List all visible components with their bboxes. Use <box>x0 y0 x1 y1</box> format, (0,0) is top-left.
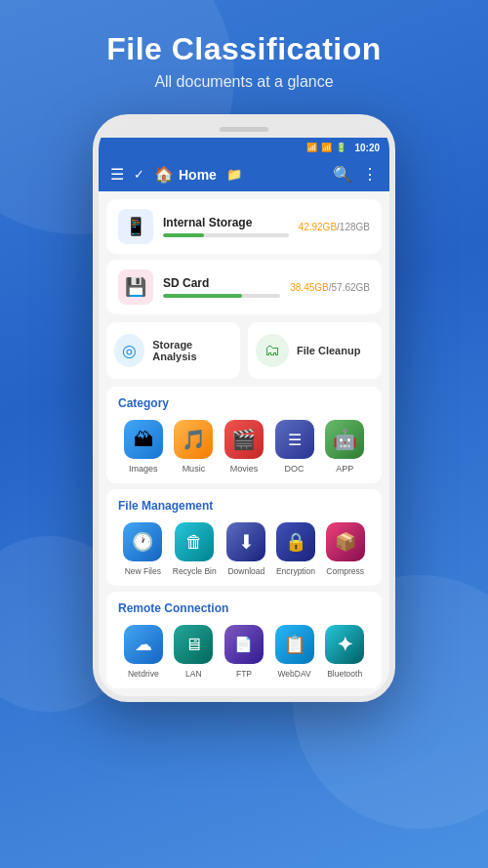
category-item-app[interactable]: 🤖 APP <box>325 420 364 474</box>
internal-storage-bar <box>163 233 204 237</box>
netdrive-label: Netdrive <box>128 669 159 679</box>
music-label: Music <box>183 464 206 474</box>
wifi-icon: 📶 <box>306 143 317 152</box>
internal-storage-icon: 📱 <box>118 209 153 244</box>
menu-icon[interactable]: ☰ <box>110 165 124 184</box>
rm-item-webdav[interactable]: 📋 WebDAV <box>275 625 314 679</box>
fm-item-compress[interactable]: 📦 Compress <box>326 522 365 576</box>
storage-analysis-icon: ◎ <box>114 334 144 367</box>
toolbar-title: Home <box>179 167 217 183</box>
phone-content: 📱 Internal Storage 42.92GB/128GB 💾 SD Ca… <box>99 191 389 696</box>
doc-icon: ☰ <box>275 420 314 459</box>
lan-label: LAN <box>185 669 202 679</box>
webdav-icon: 📋 <box>275 625 314 664</box>
category-item-doc[interactable]: ☰ DOC <box>275 420 314 474</box>
encryption-label: Encryption <box>276 566 315 576</box>
page-subtitle: All documents at a glance <box>0 73 488 91</box>
doc-label: DOC <box>285 464 305 474</box>
category-section: Category 🏔 Images 🎵 Music 🎬 Movies <box>106 387 382 483</box>
sd-card-bar-wrap <box>163 294 280 298</box>
status-time: 10:20 <box>354 143 380 153</box>
movies-label: Movies <box>230 464 259 474</box>
file-cleanup-card[interactable]: 🗂 File Cleanup <box>248 322 382 379</box>
phone-notch <box>99 120 389 138</box>
search-icon[interactable]: 🔍 <box>333 165 352 184</box>
page-title: File Classification <box>0 31 488 67</box>
images-label: Images <box>129 464 158 474</box>
fm-item-encryption[interactable]: 🔒 Encryption <box>276 522 315 576</box>
sd-card-info: SD Card <box>163 276 280 298</box>
download-icon: ⬇ <box>226 522 265 561</box>
toolbar-left: ☰ ✓ 🏠 Home 📁 <box>110 165 325 184</box>
remote-connection-section: Remote Connection ☁ Netdrive 🖥 LAN 📄 FTP <box>106 592 382 688</box>
category-item-images[interactable]: 🏔 Images <box>124 420 163 474</box>
netdrive-icon: ☁ <box>124 625 163 664</box>
internal-storage-card[interactable]: 📱 Internal Storage 42.92GB/128GB <box>106 199 382 254</box>
fm-item-newfiles[interactable]: 🕐 New Files <box>123 522 162 576</box>
home-icon: 🏠 <box>154 165 174 184</box>
phone-speaker <box>220 127 268 132</box>
music-icon: 🎵 <box>174 420 213 459</box>
webdav-label: WebDAV <box>277 669 310 679</box>
category-grid: 🏔 Images 🎵 Music 🎬 Movies ☰ DOC <box>118 420 370 474</box>
rm-item-ftp[interactable]: 📄 FTP <box>224 625 264 679</box>
category-title: Category <box>118 396 370 410</box>
check-icon[interactable]: ✓ <box>134 167 144 182</box>
lan-icon: 🖥 <box>174 625 213 664</box>
file-management-title: File Management <box>118 499 370 513</box>
encryption-icon: 🔒 <box>276 522 315 561</box>
sd-card-bar <box>163 294 242 298</box>
file-management-section: File Management 🕐 New Files 🗑 Recycle Bi… <box>106 489 382 586</box>
internal-storage-info: Internal Storage <box>163 216 289 237</box>
recyclebin-icon: 🗑 <box>175 522 214 561</box>
toolbar: ☰ ✓ 🏠 Home 📁 🔍 ⋮ <box>99 157 389 191</box>
internal-storage-bar-wrap <box>163 233 289 237</box>
newfiles-icon: 🕐 <box>123 522 162 561</box>
category-item-movies[interactable]: 🎬 Movies <box>224 420 264 474</box>
tools-row: ◎ Storage Analysis 🗂 File Cleanup <box>106 322 382 379</box>
battery-icon: 🔋 <box>336 143 346 152</box>
rm-item-lan[interactable]: 🖥 LAN <box>174 625 213 679</box>
recyclebin-label: Recycle Bin <box>173 566 217 576</box>
ftp-icon: 📄 <box>224 625 264 664</box>
internal-storage-name: Internal Storage <box>163 216 289 229</box>
bluetooth-label: Bluetooth <box>327 669 362 679</box>
fm-item-recyclebin[interactable]: 🗑 Recycle Bin <box>173 522 217 576</box>
images-icon: 🏔 <box>124 420 163 459</box>
sd-card-card[interactable]: 💾 SD Card 38.45GB/57.62GB <box>106 260 382 314</box>
internal-storage-size: 42.92GB/128GB <box>299 222 370 232</box>
file-cleanup-label: File Cleanup <box>297 345 360 356</box>
toolbar-title-row: 🏠 Home <box>154 165 217 184</box>
sd-card-icon: 💾 <box>118 269 153 305</box>
file-cleanup-icon: 🗂 <box>256 334 289 367</box>
status-bar: 📶 📶 🔋 10:20 <box>99 138 389 157</box>
phone-mockup: 📶 📶 🔋 10:20 ☰ ✓ 🏠 Home 📁 🔍 ⋮ <box>0 114 488 702</box>
fm-item-download[interactable]: ⬇ Download <box>226 522 265 576</box>
storage-analysis-label: Storage Analysis <box>152 339 232 362</box>
remote-connection-title: Remote Connection <box>118 601 370 615</box>
rm-item-bluetooth[interactable]: ✦ Bluetooth <box>325 625 364 679</box>
download-label: Download <box>227 566 264 576</box>
more-icon[interactable]: ⋮ <box>362 165 378 184</box>
newfiles-label: New Files <box>125 566 161 576</box>
bluetooth-icon: ✦ <box>325 625 364 664</box>
status-icons: 📶 📶 🔋 10:20 <box>306 143 380 153</box>
sd-card-name: SD Card <box>163 276 280 290</box>
folder-icon[interactable]: 📁 <box>226 167 242 182</box>
movies-icon: 🎬 <box>224 420 264 459</box>
remote-grid: ☁ Netdrive 🖥 LAN 📄 FTP 📋 WebDAV <box>118 625 370 679</box>
ftp-label: FTP <box>236 669 252 679</box>
signal-icon: 📶 <box>321 143 332 152</box>
rm-item-netdrive[interactable]: ☁ Netdrive <box>124 625 163 679</box>
category-item-music[interactable]: 🎵 Music <box>174 420 213 474</box>
toolbar-right: 🔍 ⋮ <box>333 165 378 184</box>
compress-label: Compress <box>326 566 364 576</box>
app-icon: 🤖 <box>325 420 364 459</box>
storage-analysis-card[interactable]: ◎ Storage Analysis <box>106 322 240 379</box>
file-management-grid: 🕐 New Files 🗑 Recycle Bin ⬇ Download 🔒 E… <box>118 522 370 576</box>
sd-card-size: 38.45GB/57.62GB <box>290 282 370 293</box>
compress-icon: 📦 <box>326 522 365 561</box>
app-label: APP <box>336 464 353 474</box>
